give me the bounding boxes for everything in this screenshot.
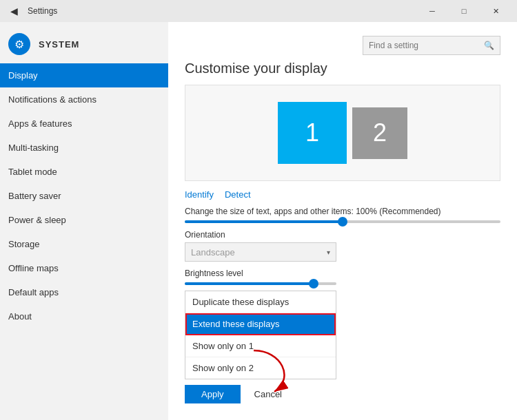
titlebar-title: Settings (28, 6, 57, 16)
brightness-section: Brightness level (185, 269, 500, 285)
sidebar-item-tablet[interactable]: Tablet mode (0, 160, 168, 184)
search-icon: 🔍 (484, 41, 494, 50)
sidebar-item-notifications[interactable]: Notifications & actions (0, 87, 168, 112)
scale-slider-thumb[interactable] (338, 217, 347, 227)
orientation-dropdown[interactable]: Landscape ▾ (185, 242, 336, 262)
sidebar: ⚙ SYSTEM Display Notifications & actions… (0, 22, 168, 420)
scale-slider-fill (185, 220, 343, 223)
sidebar-item-apps[interactable]: Apps & features (0, 112, 168, 136)
maximize-button[interactable]: □ (448, 0, 480, 22)
display-preview: 1 2 (185, 85, 500, 181)
close-button[interactable]: ✕ (480, 0, 511, 22)
monitor-1[interactable]: 1 (278, 102, 347, 164)
sidebar-item-about[interactable]: About (0, 304, 168, 328)
titlebar-controls: ─ □ ✕ (416, 0, 511, 22)
brightness-slider-track[interactable] (185, 282, 336, 285)
sidebar-app-title: SYSTEM (39, 39, 79, 50)
page-title: Customise your display (185, 61, 500, 76)
sidebar-item-battery[interactable]: Battery saver (0, 184, 168, 208)
links-row: Identify Detect (185, 189, 500, 200)
search-input[interactable] (369, 41, 484, 50)
sidebar-item-power[interactable]: Power & sleep (0, 208, 168, 232)
orientation-label: Orientation (185, 230, 500, 240)
titlebar: ◀ Settings ─ □ ✕ (0, 0, 517, 22)
apply-button[interactable]: Apply (185, 385, 241, 403)
chevron-down-icon: ▾ (327, 249, 330, 256)
arrow-annotation (240, 344, 323, 399)
sidebar-item-default-apps[interactable]: Default apps (0, 280, 168, 304)
gear-icon: ⚙ (8, 33, 30, 55)
sidebar-item-display[interactable]: Display (0, 63, 168, 87)
orientation-section: Orientation Landscape ▾ (185, 230, 500, 262)
brightness-label: Brightness level (185, 269, 500, 278)
brightness-thumb[interactable] (309, 279, 318, 288)
scale-label: Change the size of text, apps and other … (185, 207, 500, 216)
back-button[interactable]: ◀ (6, 3, 22, 19)
titlebar-left: ◀ Settings (6, 3, 57, 19)
dropdown-item-extend[interactable]: Extend these displays (185, 313, 336, 335)
scale-slider-track[interactable] (185, 220, 500, 223)
brightness-fill (185, 282, 314, 285)
minimize-button[interactable]: ─ (416, 0, 448, 22)
identify-link[interactable]: Identify (185, 189, 214, 200)
buttons-row: Apply Cancel (185, 385, 500, 403)
sidebar-nav: Display Notifications & actions Apps & f… (0, 63, 168, 420)
main-content: 🔍 Customise your display 1 2 Identify De… (168, 22, 517, 420)
sidebar-item-storage[interactable]: Storage (0, 232, 168, 256)
dropdown-item-duplicate[interactable]: Duplicate these displays (185, 291, 336, 313)
sidebar-item-multitasking[interactable]: Multi-tasking (0, 136, 168, 160)
search-box[interactable]: 🔍 (363, 36, 500, 55)
sidebar-header: ⚙ SYSTEM (0, 22, 168, 63)
monitor-2[interactable]: 2 (352, 107, 407, 159)
detect-link[interactable]: Detect (225, 189, 251, 200)
scale-section: Change the size of text, apps and other … (185, 207, 500, 223)
app-body: ⚙ SYSTEM Display Notifications & actions… (0, 22, 517, 420)
sidebar-item-offline-maps[interactable]: Offline maps (0, 256, 168, 280)
